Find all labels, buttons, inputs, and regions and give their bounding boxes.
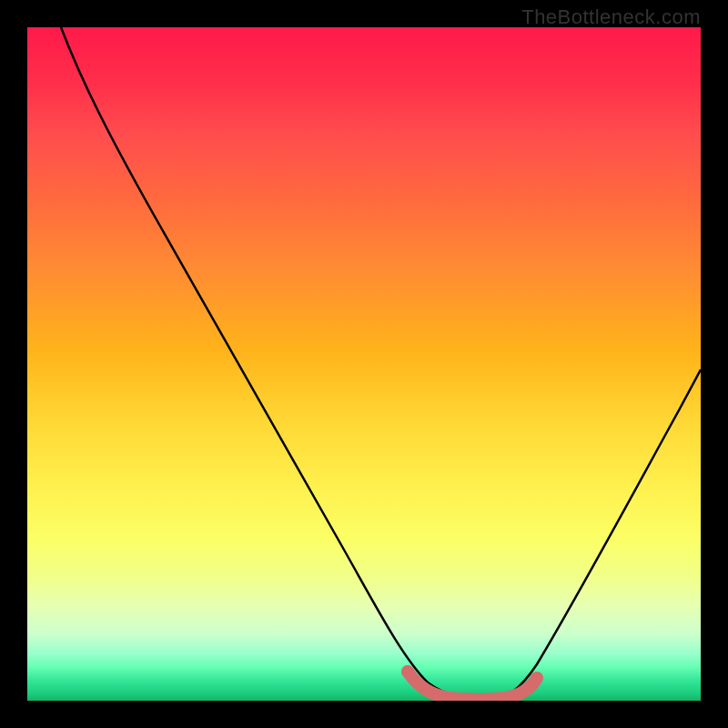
bottleneck-curve [61,27,701,699]
curve-svg [27,27,701,701]
highlight-dot-mid [415,681,426,692]
plot-area [27,27,701,701]
highlight-segment [408,672,537,700]
highlight-dot-start [401,665,414,678]
chart-container: TheBottleneck.com [0,0,728,728]
watermark-text: TheBottleneck.com [521,5,701,29]
